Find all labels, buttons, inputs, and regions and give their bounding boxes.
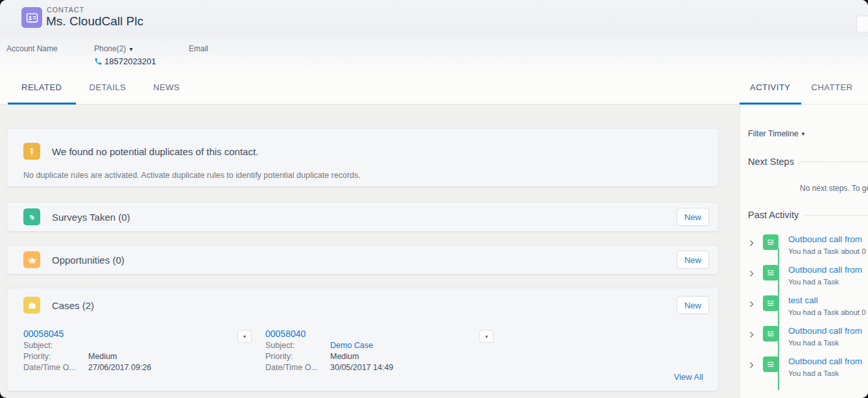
- record-header: CONTACT Ms. CloudCall Plc: [0, 0, 868, 36]
- task-icon: [763, 234, 778, 250]
- expand-chevron-icon[interactable]: [748, 299, 758, 316]
- opportunities-icon: [23, 251, 40, 268]
- contact-record-page: CONTACT Ms. CloudCall Plc Account Name P…: [0, 0, 868, 398]
- activity-title-link[interactable]: test call: [788, 295, 866, 305]
- date-opened-label: Date/Time O...: [265, 363, 330, 372]
- expand-chevron-icon[interactable]: [748, 238, 758, 255]
- cases-icon: [23, 297, 40, 314]
- surveys-card-title[interactable]: Surveys Taken (0): [52, 212, 130, 223]
- cases-card: Cases (2) New 00058045 Subject: Priority…: [6, 288, 719, 392]
- timeline-item: Outbound call from You had a Task: [748, 356, 868, 377]
- opportunities-card-title[interactable]: Opportunities (0): [52, 255, 125, 266]
- activity-subtitle: You had a Task about 0: [788, 247, 866, 255]
- task-icon: [763, 356, 778, 372]
- filter-timeline-control[interactable]: Filter Timeline ▾: [748, 129, 868, 138]
- past-activity-header: Past Activity: [748, 210, 868, 220]
- tab-related[interactable]: RELATED: [8, 72, 76, 105]
- surveys-icon: [23, 208, 40, 225]
- date-opened-value: 27/06/2017 09:26: [88, 363, 151, 372]
- timeline-item: Outbound call from You had a Task: [748, 326, 868, 347]
- crown-icon: [27, 255, 37, 265]
- field-phone: Phone(2) ▾ 18572023201: [94, 44, 156, 66]
- priority-label: Priority:: [23, 352, 88, 361]
- filter-timeline-label: Filter Timeline: [748, 129, 799, 138]
- expand-chevron-icon[interactable]: [748, 268, 758, 286]
- dotted-divider: [805, 215, 868, 216]
- activity-subtitle: You had a Task: [788, 339, 862, 347]
- surveys-new-button[interactable]: New: [677, 208, 709, 226]
- expand-chevron-icon[interactable]: [748, 360, 758, 377]
- case-row-menu-button[interactable]: ▾: [237, 330, 252, 343]
- activity-panel: Filter Timeline ▾ Next Steps No next ste…: [740, 105, 868, 398]
- priority-value: Medium: [330, 352, 359, 361]
- entity-type-label: CONTACT: [47, 6, 84, 14]
- next-steps-empty-text: No next steps. To ge: [748, 184, 868, 193]
- contact-entity-icon: [21, 7, 42, 28]
- timeline-item: Outbound call from You had a Task: [748, 265, 868, 286]
- tab-chatter[interactable]: CHATTER: [801, 72, 863, 105]
- case-row-menu-button[interactable]: ▾: [479, 330, 494, 343]
- activity-timeline: Outbound call from You had a Task about …: [748, 234, 868, 377]
- opportunities-card: Opportunities (0) New: [6, 245, 719, 275]
- subject-label: Subject:: [23, 341, 88, 350]
- surveys-taken-card: Surveys Taken (0) New: [6, 202, 719, 232]
- cases-new-button[interactable]: New: [677, 296, 709, 314]
- activity-title-link[interactable]: Outbound call from: [788, 326, 862, 336]
- phone-label: Phone(2): [94, 44, 126, 53]
- priority-label: Priority:: [265, 352, 330, 361]
- next-steps-title: Next Steps: [748, 156, 794, 167]
- case-row: 00058045 Subject: Priority: Medium Date/…: [23, 329, 259, 372]
- activity-subtitle: You had a Task about 0: [788, 308, 866, 316]
- record-title: Ms. CloudCall Plc: [46, 14, 143, 29]
- tab-activity[interactable]: ACTIVITY: [740, 72, 801, 105]
- case-row: 00058040 Subject: Demo Case Priority: Me…: [265, 329, 501, 372]
- timeline-item: test call You had a Task about 0: [748, 295, 868, 316]
- subject-label: Subject:: [265, 341, 330, 350]
- duplicate-check-icon: [23, 143, 40, 160]
- expand-chevron-icon[interactable]: [748, 329, 758, 347]
- record-tabs: RELATED DETAILS NEWS: [8, 72, 193, 105]
- cases-card-title[interactable]: Cases (2): [52, 300, 94, 311]
- survey-signal-icon: [27, 212, 37, 222]
- activity-title-link[interactable]: Outbound call from: [788, 356, 862, 366]
- duplicates-message: We found no potential duplicates of this…: [52, 146, 258, 157]
- past-activity-title: Past Activity: [748, 210, 799, 220]
- activity-subtitle: You had a Task: [788, 278, 862, 286]
- date-opened-label: Date/Time O...: [23, 363, 88, 372]
- opportunities-new-button[interactable]: New: [677, 251, 709, 269]
- activity-tabs: ACTIVITY CHATTER: [740, 72, 863, 105]
- timeline-item: Outbound call from You had a Task about …: [748, 234, 868, 255]
- duplicates-card: We found no potential duplicates of this…: [6, 128, 719, 187]
- filter-dropdown-icon: ▾: [802, 131, 805, 137]
- phone-dropdown-icon[interactable]: ▾: [129, 45, 132, 53]
- tab-bar: RELATED DETAILS NEWS ACTIVITY CHATTER: [0, 72, 868, 105]
- task-icon: [763, 326, 778, 342]
- dotted-divider: [801, 162, 868, 162]
- person-icon: [27, 147, 36, 156]
- related-lists-column: We found no potential duplicates of this…: [6, 105, 719, 392]
- field-email: Email: [189, 44, 208, 53]
- contact-card-icon: [26, 12, 38, 24]
- email-label: Email: [189, 44, 208, 53]
- case-number-link[interactable]: 00058045: [23, 329, 237, 339]
- account-name-label: Account Name: [6, 44, 58, 53]
- phone-label-wrap[interactable]: Phone(2) ▾: [94, 44, 156, 53]
- date-opened-value: 30/05/2017 14:49: [330, 363, 393, 372]
- phone-icon: [94, 57, 102, 66]
- phone-number[interactable]: 18572023201: [104, 56, 156, 66]
- subject-value-link[interactable]: Demo Case: [330, 341, 373, 350]
- cases-view-all-link[interactable]: View All: [674, 372, 703, 382]
- phone-value[interactable]: 18572023201: [94, 56, 156, 66]
- cut-off-header-button[interactable]: [856, 16, 868, 32]
- briefcase-icon: [27, 301, 37, 310]
- task-icon: [763, 295, 778, 311]
- priority-value: Medium: [88, 352, 117, 361]
- tab-news[interactable]: NEWS: [139, 72, 193, 105]
- highlight-fields-row: Account Name Phone(2) ▾ 18572023201 Emai…: [0, 36, 868, 72]
- activity-subtitle: You had a Task: [788, 369, 862, 377]
- case-number-link[interactable]: 00058040: [265, 329, 479, 339]
- activity-title-link[interactable]: Outbound call from: [788, 265, 862, 275]
- duplicates-detail: No duplicate rules are activated. Activa…: [23, 171, 718, 180]
- tab-details[interactable]: DETAILS: [76, 72, 140, 105]
- activity-title-link[interactable]: Outbound call from: [788, 234, 866, 244]
